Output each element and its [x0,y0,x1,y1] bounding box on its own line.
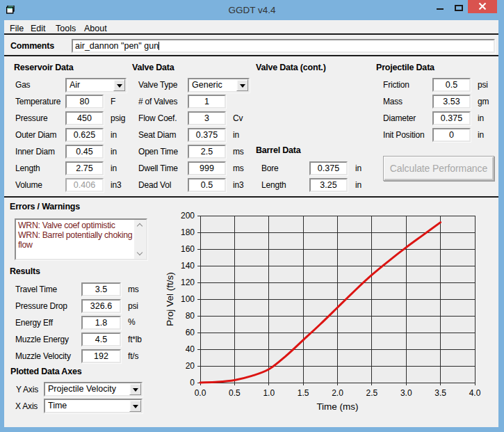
muzzle-velocity-label: Muzzle Velocity [15,351,71,361]
section-title-results: Results [10,266,40,276]
section-title-reservoir: Reservoir Data [14,63,73,72]
length-label: Length [15,163,40,173]
y-axis-label: Y Axis [16,385,38,394]
svg-text:2.0: 2.0 [332,388,343,398]
diameter-label: Diameter [383,113,416,123]
barrel-length-unit: in [355,180,361,190]
close-button[interactable] [468,0,497,13]
pressure-unit: psig [111,113,125,123]
energy-eff-unit: % [128,317,135,327]
open-time-label: Open Time [138,147,178,157]
dead-vol-label: Dead Vol [138,180,171,190]
scroll-down-icon[interactable] [137,250,143,255]
diameter-input[interactable]: 0.375 [432,111,471,125]
volume-unit: in3 [111,180,121,190]
scroll-up-icon[interactable] [137,223,143,229]
muzzle-energy-output: 4.5 [81,333,121,346]
svg-text:3.5: 3.5 [434,388,446,398]
seat-diam-input[interactable]: 0.375 [188,128,226,142]
barrel-length-input[interactable]: 3.25 [309,178,348,192]
init-position-input[interactable]: 0 [432,128,471,142]
text-caret [158,42,159,50]
section-title-valve: Valve Data [132,63,174,72]
outer-diam-input[interactable]: 0.625 [65,128,104,142]
flow-coef-unit: Cv [233,113,243,123]
svg-text:180: 180 [181,227,195,237]
length-input[interactable]: 2.75 [65,161,104,175]
svg-text:4.0: 4.0 [469,388,481,398]
menu-file[interactable]: File [10,24,24,33]
dwell-time-input[interactable]: 999 [188,161,226,175]
x-axis-select[interactable]: Time [44,399,143,413]
dead-vol-input[interactable]: 0.5 [188,178,226,192]
title-bar[interactable]: GGDT v4.4 [0,0,504,20]
menu-edit[interactable]: Edit [31,24,46,33]
inner-diam-label: Inner Diam [15,147,55,157]
dropdown-button[interactable] [129,400,141,412]
num-valves-input[interactable]: 1 [188,95,226,109]
dropdown-button[interactable] [113,79,125,91]
mass-input[interactable]: 3.53 [432,95,471,109]
diameter-unit: in [478,113,484,123]
gas-select[interactable]: Air [65,78,127,93]
temperature-unit: F [111,97,115,106]
svg-text:60: 60 [186,328,195,337]
x-axis-label: X Axis [15,401,38,411]
errors-warnings-box[interactable]: WRN: Valve coef optimistic WRN: Barrel p… [15,218,147,260]
bore-label: Bore [261,163,279,173]
mass-label: Mass [383,97,403,106]
gas-label: Gas [15,80,30,90]
errors-scrollbar[interactable] [134,220,146,259]
valve-type-select[interactable]: Generic [188,78,250,93]
init-position-unit: in [478,130,484,140]
client-area: File Edit Tools About Comments air_danno… [4,20,498,427]
outer-diam-label: Outer Diam [15,130,56,140]
inner-diam-unit: in [111,147,117,157]
minimize-button[interactable] [429,0,451,14]
svg-text:120: 120 [181,278,195,287]
errors-warnings-text: WRN: Valve coef optimistic WRN: Barrel p… [18,221,134,259]
menu-about[interactable]: About [84,24,107,33]
pressure-drop-label: Pressure Drop [15,301,67,311]
open-time-input[interactable]: 2.5 [188,145,226,159]
svg-text:3.0: 3.0 [400,388,412,398]
dropdown-button[interactable] [236,79,248,91]
muzzle-velocity-output: 192 [81,349,121,363]
chevron-down-icon [240,84,245,88]
comments-label: Comments [10,41,54,51]
menu-bar: File Edit Tools About [4,20,498,33]
dwell-time-label: Dwell Time [138,163,178,173]
section-title-plotted-axes: Plotted Data Axes [10,367,81,376]
energy-eff-output: 1.8 [81,316,121,330]
svg-text:0: 0 [190,378,195,387]
bore-unit: in [355,163,361,173]
separator-bottom [4,196,498,198]
pressure-input[interactable]: 450 [65,111,104,125]
dropdown-button[interactable] [129,383,141,395]
pressure-drop-unit: psi [128,301,138,311]
y-axis-select[interactable]: Projectile Velocity [44,382,143,397]
calculate-performance-button[interactable]: Calculate Performance [383,156,494,181]
svg-text:0.0: 0.0 [195,388,206,398]
open-time-unit: ms [233,147,244,157]
friction-input[interactable]: 0.5 [432,78,471,92]
comments-input[interactable]: air_dannon "pen" gun [72,39,495,53]
mass-unit: gm [478,97,489,106]
chevron-down-icon [133,388,138,392]
svg-text:20: 20 [186,361,195,371]
bore-input[interactable]: 0.375 [309,161,348,175]
energy-eff-label: Energy Eff [15,318,53,328]
temperature-input[interactable]: 80 [65,95,104,109]
friction-unit: psi [478,80,488,90]
menu-tools[interactable]: Tools [56,24,76,33]
svg-text:Time (ms): Time (ms) [316,401,358,412]
seat-diam-label: Seat Diam [138,130,176,140]
length-unit: in [111,163,117,173]
maximize-button[interactable] [451,0,468,14]
chevron-down-icon [117,84,122,88]
inner-diam-input[interactable]: 0.45 [65,145,104,159]
travel-time-output: 3.5 [81,282,121,296]
flow-coef-input[interactable]: 3 [188,111,226,125]
svg-text:0.5: 0.5 [229,388,241,398]
separator-top [4,55,498,56]
